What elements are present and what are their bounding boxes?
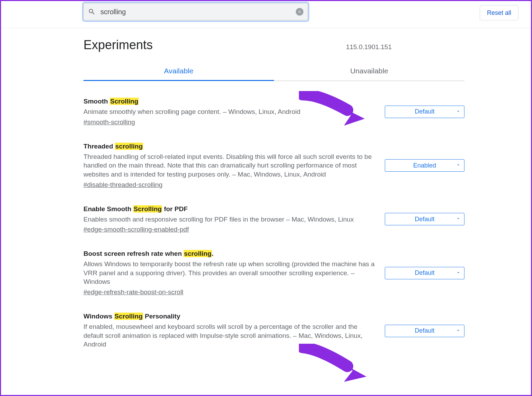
top-bar: Reset all — [1, 1, 531, 28]
search-icon — [88, 8, 96, 16]
flag-anchor-link[interactable]: #smooth-scrolling — [83, 118, 135, 126]
flag-select[interactable]: Default — [385, 325, 464, 337]
annotation-arrow — [299, 344, 368, 389]
tabs: Available Unavailable — [83, 67, 464, 81]
search-box[interactable] — [83, 3, 308, 20]
search-input[interactable] — [96, 8, 296, 16]
flag-row: Boost screen refresh rate when scrolling… — [83, 250, 464, 296]
tab-available[interactable]: Available — [83, 67, 274, 81]
highlight: Scrolling — [133, 205, 162, 213]
flag-select[interactable]: Default — [385, 106, 464, 118]
flag-select[interactable]: Default — [385, 213, 464, 225]
flag-row: Smooth Scrolling Animate smoothly when s… — [83, 98, 464, 126]
chevron-down-icon — [456, 162, 461, 169]
version-text: 115.0.1901.151 — [346, 43, 392, 51]
flag-title: Threaded scrolling — [83, 143, 378, 150]
chevron-down-icon — [456, 327, 461, 334]
flag-description: Animate smoothly when scrolling page con… — [83, 107, 378, 116]
flag-title: Smooth Scrolling — [83, 98, 378, 105]
flag-row: Enable Smooth Scrolling for PDF Enables … — [83, 205, 464, 234]
flag-description: Enables smooth and responsive scrolling … — [83, 215, 378, 224]
flag-select[interactable]: Enabled — [385, 159, 464, 172]
flag-select-value: Enabled — [413, 162, 436, 169]
flag-select-value: Default — [415, 269, 434, 277]
flag-select[interactable]: Default — [385, 267, 464, 279]
chevron-down-icon — [456, 269, 461, 277]
close-icon — [298, 10, 302, 14]
flag-description: If enabled, mousewheel and keyboard scro… — [83, 322, 378, 349]
reset-all-button[interactable]: Reset all — [480, 5, 518, 20]
content: Experiments 115.0.1901.151 Available Una… — [83, 28, 464, 349]
flag-row: Threaded scrolling Threaded handling of … — [83, 143, 464, 189]
flag-description: Threaded handling of scroll-related inpu… — [83, 152, 378, 179]
highlight: scrolling — [115, 143, 143, 150]
highlight: Scrolling — [114, 313, 143, 320]
flag-description: Allows Windows to temporarily boost the … — [83, 260, 378, 286]
flag-anchor-link[interactable]: #disable-threaded-scrolling — [83, 181, 162, 189]
highlight: Scrolling — [110, 98, 139, 105]
flag-select-value: Default — [415, 216, 434, 223]
page-title: Experiments — [83, 38, 153, 52]
flag-title: Windows Scrolling Personality — [83, 313, 378, 320]
flag-select-value: Default — [415, 108, 434, 115]
clear-search-button[interactable] — [296, 8, 303, 16]
flag-title: Enable Smooth Scrolling for PDF — [83, 205, 378, 213]
flag-anchor-link[interactable]: #edge-refresh-rate-boost-on-scroll — [83, 288, 183, 296]
tab-unavailable[interactable]: Unavailable — [274, 67, 464, 81]
svg-marker-1 — [344, 366, 366, 382]
flag-select-value: Default — [415, 327, 434, 334]
flag-title: Boost screen refresh rate when scrolling… — [83, 250, 378, 258]
highlight: scrolling — [184, 250, 212, 257]
flag-row: Windows Scrolling Personality If enabled… — [83, 313, 464, 349]
flag-anchor-link[interactable]: #edge-smooth-scrolling-enabled-pdf — [83, 226, 189, 233]
chevron-down-icon — [456, 216, 461, 223]
chevron-down-icon — [456, 108, 461, 115]
